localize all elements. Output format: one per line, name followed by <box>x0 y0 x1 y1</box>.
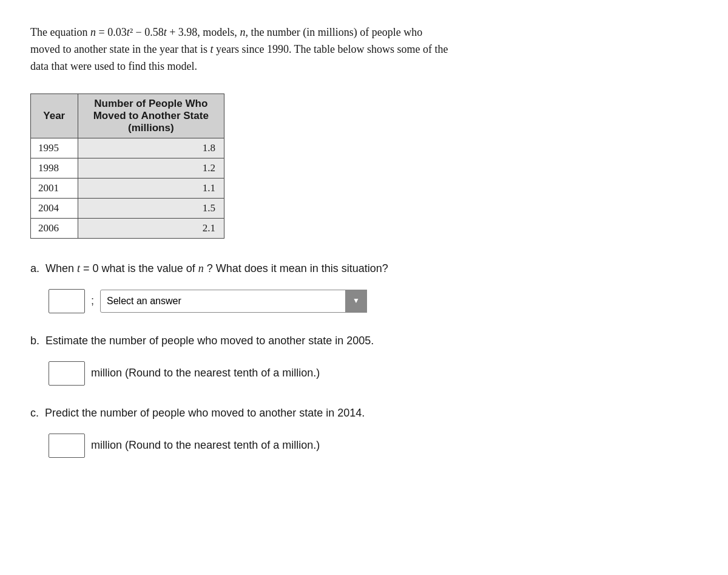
value-column-header: Number of People Who Moved to Another St… <box>78 94 224 138</box>
question-b-suffix: million (Round to the nearest tenth of a… <box>91 367 320 379</box>
question-c-suffix: million (Round to the nearest tenth of a… <box>91 439 320 452</box>
table-row-value: 1.1 <box>78 178 224 198</box>
question-b-section: b. Estimate the number of people who mov… <box>30 333 698 386</box>
intro-paragraph: The equation n = 0.03t² − 0.58t + 3.98, … <box>30 24 576 75</box>
question-c-label: c. Predict the number of people who move… <box>30 405 698 421</box>
question-b-input[interactable] <box>49 361 85 386</box>
table-row-value: 1.8 <box>78 138 224 158</box>
question-a-section: a. When t = 0 what is the value of n ? W… <box>30 260 698 313</box>
table-row-year: 2006 <box>31 218 78 238</box>
table-row-year: 2001 <box>31 178 78 198</box>
table-row: 20011.1 <box>31 178 224 198</box>
question-b-label: b. Estimate the number of people who mov… <box>30 333 698 349</box>
table-row-value: 1.5 <box>78 198 224 218</box>
question-b-answer-row: million (Round to the nearest tenth of a… <box>49 361 698 386</box>
question-a-label: a. When t = 0 what is the value of n ? W… <box>30 260 698 277</box>
table-row-value: 1.2 <box>78 158 224 178</box>
question-a-answer-row: ; Select an answerIn 1990, 3.98 million … <box>49 289 698 313</box>
intro-line2: moved to another state in the year that … <box>30 43 448 55</box>
question-a-dropdown[interactable]: Select an answerIn 1990, 3.98 million pe… <box>100 290 367 313</box>
table-row-year: 1998 <box>31 158 78 178</box>
table-row-value: 2.1 <box>78 218 224 238</box>
table-row: 19951.8 <box>31 138 224 158</box>
year-column-header: Year <box>31 94 78 138</box>
question-c-section: c. Predict the number of people who move… <box>30 405 698 458</box>
question-a-dropdown-container: Select an answerIn 1990, 3.98 million pe… <box>100 290 367 313</box>
question-c-input[interactable] <box>49 434 85 458</box>
table-row: 19981.2 <box>31 158 224 178</box>
intro-line1: The equation n = 0.03t² − 0.58t + 3.98, … <box>30 26 422 38</box>
semicolon-a: ; <box>91 294 94 307</box>
table-row: 20041.5 <box>31 198 224 218</box>
intro-line3: data that were used to find this model. <box>30 60 197 72</box>
data-table: Year Number of People Who Moved to Anoth… <box>30 94 224 239</box>
table-row: 20062.1 <box>31 218 224 238</box>
table-row-year: 1995 <box>31 138 78 158</box>
table-row-year: 2004 <box>31 198 78 218</box>
question-a-input[interactable] <box>49 289 85 313</box>
question-c-answer-row: million (Round to the nearest tenth of a… <box>49 434 698 458</box>
